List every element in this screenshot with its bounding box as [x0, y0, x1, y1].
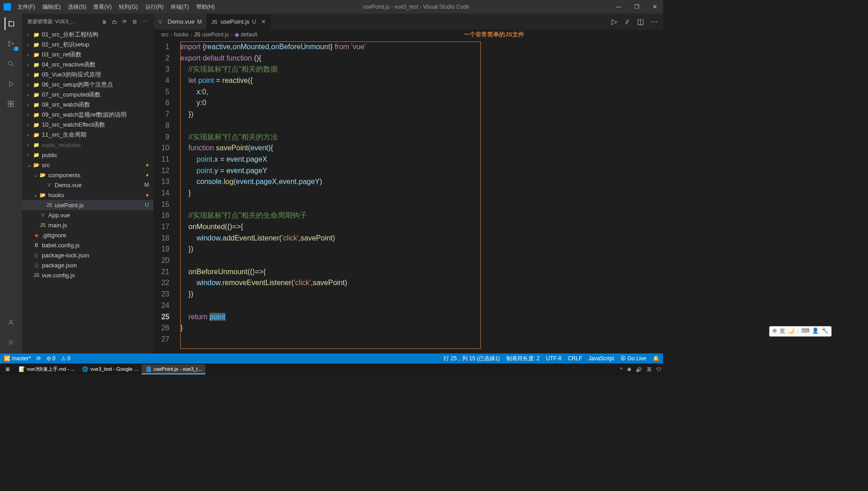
breadcrumb-item[interactable]: usePoint.js — [202, 31, 229, 38]
collapse-icon[interactable]: ⊟ — [131, 19, 138, 25]
breadcrumb-item[interactable]: src — [161, 31, 168, 38]
editor-tabs: VDemo.vueMJSusePoint.jsU✕ ▷ ⫽ ◫ ⋯ — [154, 14, 663, 30]
tree-item[interactable]: ⌄📂hooks● — [22, 190, 153, 200]
sync-icon[interactable]: ⟳ — [36, 355, 41, 362]
tree-item[interactable]: ›📁03_src_ref函数 — [22, 50, 153, 60]
tree-item[interactable]: ›📁08_src_watch函数 — [22, 100, 153, 110]
menu-file[interactable]: 文件(F) — [14, 3, 39, 11]
encoding[interactable]: UTF-8 — [546, 355, 562, 362]
menu-view[interactable]: 查看(V) — [90, 3, 115, 11]
tree-item[interactable]: JSvue.config.js — [22, 270, 153, 280]
debug-icon[interactable] — [5, 77, 17, 90]
svg-point-2 — [12, 43, 13, 44]
tree-item[interactable]: ›📁public — [22, 150, 153, 160]
close-button[interactable]: ✕ — [650, 4, 659, 10]
menu-terminal[interactable]: 终端(T) — [167, 3, 192, 11]
tree-item[interactable]: ⌄📂components● — [22, 170, 153, 180]
breadcrumb-item[interactable]: default — [241, 31, 257, 38]
explorer-icon[interactable] — [5, 17, 17, 30]
search-icon[interactable] — [5, 57, 17, 70]
tree-item[interactable]: ›📁node_modules — [22, 140, 153, 150]
layout-icon[interactable]: ◫ — [637, 17, 644, 26]
activity-bar — [0, 14, 22, 353]
go-live[interactable]: ⦿ Go Live — [620, 355, 646, 362]
ime-button[interactable]: ⌨ — [802, 327, 809, 335]
tree-item[interactable]: ›📁02_src_初识setup — [22, 40, 153, 50]
tray-icon[interactable]: ❋ — [627, 367, 631, 373]
tree-item[interactable]: ⌄📂src● — [22, 160, 153, 170]
minimize-button[interactable]: — — [614, 4, 623, 10]
tree-item[interactable]: ›📁05_Vue3的响应式原理 — [22, 70, 153, 80]
taskbar-item[interactable]: 🌐vue3_test - Google ... — [78, 364, 142, 374]
language-mode[interactable]: JavaScript — [588, 355, 614, 362]
tree-item[interactable]: JSusePoint.jsU — [22, 200, 153, 210]
taskbar-item[interactable]: 📘usePoint.js - vue3_t... — [142, 364, 205, 374]
settings-icon[interactable] — [5, 336, 17, 349]
tree-item[interactable]: {}package-lock.json — [22, 250, 153, 260]
editor-area: VDemo.vueMJSusePoint.jsU✕ ▷ ⫽ ◫ ⋯ src› h… — [154, 14, 663, 353]
ime-button[interactable]: 🔧 — [822, 327, 828, 335]
tree-item[interactable]: JSmain.js — [22, 220, 153, 230]
account-icon[interactable] — [5, 316, 17, 329]
scm-icon[interactable] — [5, 37, 17, 50]
menu-run[interactable]: 运行(R) — [142, 3, 168, 11]
ime-button[interactable]: 🌙 — [788, 327, 795, 335]
tab-size[interactable]: 制表符长度: 2 — [506, 355, 540, 363]
tree-item[interactable]: ›📁11_src_生命周期 — [22, 130, 153, 140]
ime-button[interactable]: ⊕ — [772, 327, 777, 335]
ime-button[interactable]: . — [797, 327, 799, 335]
breadcrumb[interactable]: src› hooks› JS usePoint.js› ◉ default 一个… — [154, 30, 663, 40]
tree-item[interactable]: {}package.json — [22, 260, 153, 270]
warnings-count[interactable]: ⚠ 0 — [61, 355, 71, 362]
breadcrumb-item[interactable]: hooks — [174, 31, 189, 38]
menu-edit[interactable]: 编辑(E) — [39, 3, 64, 11]
minimap[interactable] — [616, 40, 657, 353]
tray-icon[interactable]: 🔊 — [636, 367, 642, 373]
tray-icon[interactable]: 🛡 — [656, 367, 661, 372]
svg-point-0 — [8, 41, 10, 42]
svg-rect-5 — [11, 101, 14, 103]
code-editor[interactable]: 1234567891011121314151617181920212223242… — [154, 40, 663, 345]
window-title: usePoint.js - vue3_test - Visual Studio … — [218, 4, 614, 10]
tree-item[interactable]: VDemo.vueM — [22, 180, 153, 190]
tree-item[interactable]: VApp.vue — [22, 210, 153, 220]
new-folder-icon[interactable]: 🗀 — [111, 19, 118, 25]
cursor-position[interactable]: 行 25，列 15 (已选择1) — [444, 355, 500, 363]
editor-tab[interactable]: JSusePoint.jsU✕ — [207, 14, 271, 30]
taskbar-item[interactable]: ⊞ — [2, 364, 15, 374]
annotation-text: 一个非常简单的JS文件 — [464, 31, 524, 39]
taskbar-item[interactable]: 📝vue3快速上手.md - ... — [15, 364, 78, 374]
menu-selection[interactable]: 选择(S) — [64, 3, 90, 11]
eol[interactable]: CRLF — [568, 355, 582, 362]
new-file-icon[interactable]: 🗎 — [101, 19, 108, 25]
tray-icon[interactable]: 英 — [647, 366, 652, 373]
ime-toolbar[interactable]: ⊕英🌙.⌨👤🔧 — [769, 326, 832, 337]
editor-tab[interactable]: VDemo.vueM — [154, 14, 207, 30]
tree-item[interactable]: ›📁06_src_setup的两个注意点 — [22, 80, 153, 90]
notifications-icon[interactable]: 🔔 — [653, 355, 659, 362]
file-tree: ›📁01_src_分析工程结构›📁02_src_初识setup›📁03_src_… — [22, 30, 153, 353]
tree-item[interactable]: ›📁07_src_computed函数 — [22, 90, 153, 100]
menu-help[interactable]: 帮助(H) — [193, 3, 219, 11]
git-branch[interactable]: 🔀 master* — [4, 355, 31, 362]
ime-button[interactable]: 英 — [780, 327, 785, 335]
refresh-icon[interactable]: ⟳ — [121, 19, 128, 25]
maximize-button[interactable]: ❐ — [632, 4, 641, 10]
tree-item[interactable]: Bbabel.config.js — [22, 240, 153, 250]
ime-button[interactable]: 👤 — [812, 327, 819, 335]
extensions-icon[interactable] — [5, 97, 17, 110]
tree-item[interactable]: ›📁01_src_分析工程结构 — [22, 30, 153, 40]
tree-item[interactable]: ›📁10_src_watchEffect函数 — [22, 120, 153, 130]
more-icon[interactable]: ⋯ — [141, 19, 148, 25]
tray-icon[interactable]: ^ — [620, 367, 623, 372]
run-icon[interactable]: ▷ — [612, 17, 617, 26]
svg-rect-7 — [11, 104, 14, 107]
tree-item[interactable]: ◆.gitignore — [22, 230, 153, 240]
tree-item[interactable]: ›📁09_src_watch监视ref数据的说明 — [22, 110, 153, 120]
sidebar: 资源管理器: VUE3_... 🗎 🗀 ⟳ ⊟ ⋯ ›📁01_src_分析工程结… — [22, 14, 154, 353]
more-tab-icon[interactable]: ⋯ — [650, 17, 658, 26]
split-icon[interactable]: ⫽ — [623, 18, 631, 26]
tree-item[interactable]: ›📁04_src_reactive函数 — [22, 60, 153, 70]
errors-count[interactable]: ⊘ 0 — [46, 355, 56, 362]
menu-go[interactable]: 转到(G) — [115, 3, 141, 11]
